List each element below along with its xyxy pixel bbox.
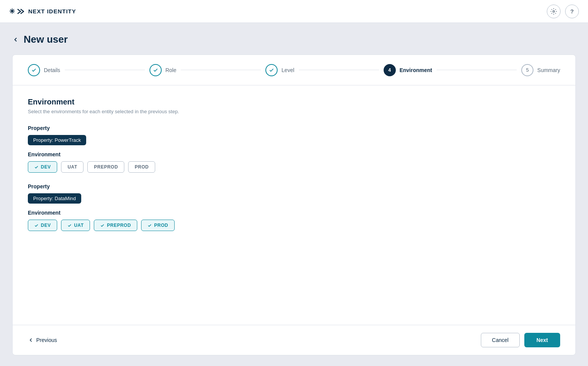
property-group-1: Property Property: PowerTrack Environmen…	[28, 125, 560, 173]
env-1-buttons: DEV UAT PREPROD PROD	[28, 161, 560, 173]
step-level: Level	[265, 64, 294, 76]
step-summary: 5 Summary	[521, 64, 560, 76]
app-name: NEXT IDENTITY	[28, 8, 76, 14]
back-icon	[12, 36, 19, 43]
env-2-label: Environment	[28, 210, 560, 216]
page-title: New user	[24, 34, 68, 45]
env-2-preprod-button[interactable]: PREPROD	[94, 220, 137, 231]
step-summary-circle: 5	[521, 64, 533, 76]
step-role-check-icon	[153, 67, 158, 73]
check-icon	[67, 223, 72, 228]
settings-button[interactable]	[547, 5, 561, 18]
step-summary-label: Summary	[537, 67, 560, 73]
env-1-prod-button[interactable]: PROD	[128, 161, 155, 173]
step-details-circle	[28, 64, 40, 76]
env-2-buttons: DEV UAT PREPROD PROD	[28, 220, 560, 231]
help-icon: ?	[570, 8, 574, 14]
section-title: Environment	[28, 98, 560, 106]
env-1-uat-button[interactable]: UAT	[61, 161, 84, 173]
property-1-tag: Property: PowerTrack	[28, 135, 86, 145]
wizard-card: Details Role Level	[12, 55, 576, 355]
step-level-check-icon	[269, 67, 274, 73]
header: ✳ NEXT IDENTITY ?	[0, 0, 588, 23]
page-title-row: New user	[12, 34, 576, 45]
logo-arrows-icon	[16, 8, 25, 15]
check-icon	[34, 165, 39, 169]
env-2-dev-button[interactable]: DEV	[28, 220, 57, 231]
settings-icon	[550, 8, 557, 15]
next-button[interactable]: Next	[524, 333, 560, 347]
section-subtitle: Select the environments for each entity …	[28, 109, 560, 114]
wizard-footer: Previous Cancel Next	[13, 325, 575, 355]
step-details: Details	[28, 64, 60, 76]
step-role-label: Role	[165, 67, 177, 73]
help-button[interactable]: ?	[565, 5, 579, 18]
back-button[interactable]	[12, 36, 19, 43]
connector-3	[299, 70, 379, 70]
wizard-content: Environment Select the environments for …	[13, 85, 575, 325]
env-1-label: Environment	[28, 151, 560, 157]
property-1-label: Property	[28, 125, 560, 131]
step-details-label: Details	[44, 67, 60, 73]
property-group-2: Property Property: DataMind Environment …	[28, 183, 560, 231]
previous-button[interactable]: Previous	[28, 337, 57, 343]
step-level-label: Level	[281, 67, 294, 73]
step-role: Role	[149, 64, 177, 76]
step-environment-label: Environment	[400, 67, 432, 73]
step-environment: 4 Environment	[384, 64, 432, 76]
logo-icon: ✳	[9, 7, 25, 16]
header-icons: ?	[547, 5, 579, 18]
logo-star-icon: ✳	[9, 7, 15, 16]
cancel-button[interactable]: Cancel	[481, 333, 520, 347]
main-content: New user Details	[0, 23, 588, 366]
app-logo: ✳ NEXT IDENTITY	[9, 7, 76, 16]
property-2-tag: Property: DataMind	[28, 193, 81, 204]
connector-2	[181, 70, 261, 70]
connector-1	[65, 70, 145, 70]
step-details-check-icon	[31, 67, 37, 73]
previous-icon	[28, 337, 34, 343]
footer-actions: Cancel Next	[481, 333, 560, 347]
check-icon	[34, 223, 39, 228]
step-role-circle	[149, 64, 162, 76]
env-2-uat-button[interactable]: UAT	[61, 220, 90, 231]
check-icon	[148, 223, 152, 228]
env-2-prod-button[interactable]: PROD	[141, 220, 175, 231]
connector-4	[437, 70, 517, 70]
property-2-label: Property	[28, 183, 560, 189]
env-1-preprod-button[interactable]: PREPROD	[87, 161, 124, 173]
steps-bar: Details Role Level	[13, 55, 575, 85]
step-environment-circle: 4	[384, 64, 396, 76]
env-1-dev-button[interactable]: DEV	[28, 161, 57, 173]
step-level-circle	[265, 64, 278, 76]
previous-label: Previous	[36, 337, 57, 343]
check-icon	[100, 223, 104, 228]
svg-point-0	[553, 10, 555, 12]
